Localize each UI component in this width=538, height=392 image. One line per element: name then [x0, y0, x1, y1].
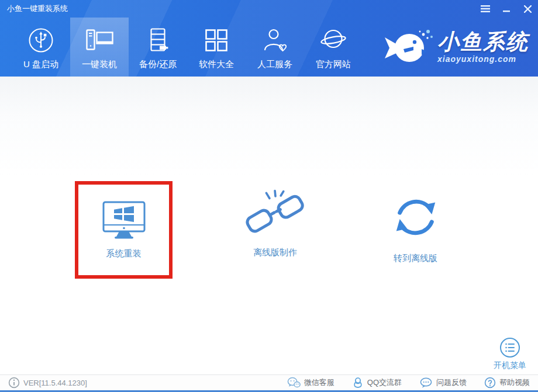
nav-label: U 盘启动 — [23, 59, 58, 70]
status-link-label: 微信客服 — [304, 377, 334, 388]
nav-item-official-website[interactable]: 官方网站 — [304, 18, 363, 77]
feedback-link[interactable]: 问题反馈 — [419, 377, 467, 388]
navbar: U 盘启动 一键装机 — [0, 18, 538, 77]
help-video-link[interactable]: 帮助视频 — [484, 377, 530, 388]
close-button[interactable] — [517, 0, 538, 18]
nav-item-human-service[interactable]: 人工服务 — [246, 18, 304, 77]
brand-text: 小鱼系统 xiaoyuxitong.com — [437, 31, 529, 64]
main-area: 系统重装 离线版制作 — [0, 77, 538, 374]
nav-item-backup-restore[interactable]: 备份/还原 — [129, 18, 187, 77]
status-links: 微信客服 QQ交流群 问题反馈 — [287, 377, 530, 388]
nav-label: 官方网站 — [316, 59, 351, 70]
nav-label: 人工服务 — [257, 59, 292, 70]
close-icon — [524, 5, 532, 13]
app-title: 小鱼一键重装系统 — [0, 4, 68, 14]
wechat-support-link[interactable]: 微信客服 — [287, 377, 334, 388]
brand-name: 小鱼系统 — [437, 31, 529, 53]
version-text: VER[11.5.44.1230] — [23, 379, 87, 387]
feature-label: 系统重装 — [106, 248, 142, 259]
nav-label: 备份/还原 — [139, 59, 177, 70]
minimize-icon — [502, 5, 511, 12]
globe-icon — [319, 25, 347, 56]
menu-icon — [481, 5, 490, 12]
nav-item-software-collection[interactable]: 软件大全 — [187, 18, 246, 77]
monitor-windows-icon — [96, 200, 152, 241]
feature-go-offline[interactable]: 转到离线版 — [367, 191, 464, 264]
nav-label: 软件大全 — [199, 59, 234, 70]
feature-label: 离线版制作 — [253, 247, 297, 258]
statusbar: VER[11.5.44.1230] 微信客服 — [0, 374, 538, 390]
backup-icon — [144, 25, 172, 56]
nav-label: 一键装机 — [82, 59, 117, 70]
broken-link-icon — [242, 189, 309, 240]
status-link-label: 帮助视频 — [499, 377, 530, 388]
status-link-label: 问题反馈 — [436, 377, 467, 388]
fish-logo-icon — [382, 28, 434, 67]
feature-system-reinstall[interactable]: 系统重装 — [75, 181, 173, 279]
feature-offline-maker[interactable]: 离线版制作 — [227, 189, 323, 258]
wechat-icon — [287, 377, 301, 388]
feature-label: 转到离线版 — [394, 253, 437, 264]
computer-icon — [84, 25, 115, 56]
boot-menu-button[interactable]: 开机菜单 — [494, 337, 526, 371]
usb-icon — [27, 25, 55, 56]
status-link-label: QQ交流群 — [367, 377, 402, 388]
minimize-button[interactable] — [496, 0, 517, 18]
support-person-icon — [261, 25, 289, 56]
brand-logo: 小鱼系统 xiaoyuxitong.com — [382, 18, 538, 77]
version-info: VER[11.5.44.1230] — [8, 377, 87, 388]
sync-arrows-icon — [388, 191, 443, 242]
qq-group-link[interactable]: QQ交流群 — [352, 377, 402, 388]
feedback-icon — [419, 377, 433, 388]
app-header: 小鱼一键重装系统 — [0, 0, 538, 77]
qq-icon — [352, 377, 364, 388]
titlebar: 小鱼一键重装系统 — [0, 0, 538, 18]
boot-menu-label: 开机菜单 — [494, 360, 526, 371]
brand-url: xiaoyuxitong.com — [437, 54, 516, 64]
nav-item-usb-boot[interactable]: U 盘启动 — [12, 18, 70, 77]
apps-grid-icon — [202, 25, 230, 56]
app-window: 小鱼一键重装系统 — [0, 0, 538, 392]
window-controls — [475, 0, 538, 18]
help-icon — [484, 377, 496, 388]
info-icon — [8, 377, 20, 388]
boot-menu-icon — [499, 337, 521, 359]
nav-item-one-click-install[interactable]: 一键装机 — [70, 18, 129, 77]
menu-button[interactable] — [475, 0, 496, 18]
